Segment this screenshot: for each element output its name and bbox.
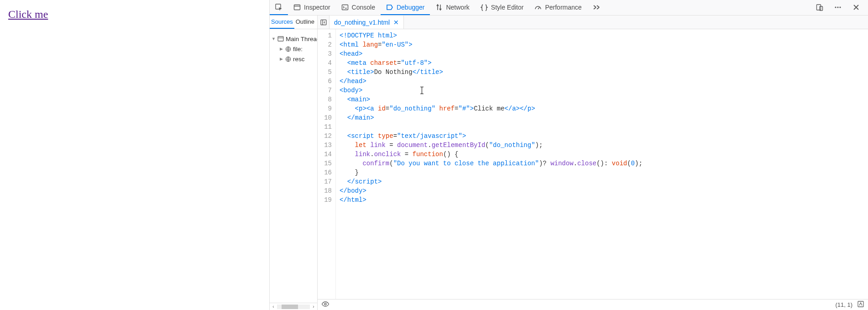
tab-style-editor[interactable]: Style Editor — [475, 0, 529, 15]
svg-rect-9 — [278, 37, 283, 41]
svg-point-6 — [835, 6, 836, 8]
mapped-source-icon[interactable] — [857, 300, 864, 309]
tabs-overflow-button[interactable] — [587, 0, 606, 15]
svg-point-15 — [324, 303, 326, 305]
line-number-gutter: 12345678910111213141516171819 — [318, 29, 336, 299]
close-tab-icon[interactable]: ✕ — [393, 19, 399, 26]
file-tab-label: do_nothing_v1.html — [334, 19, 390, 26]
tab-debugger-label: Debugger — [397, 4, 425, 11]
scroll-left-icon[interactable]: ‹ — [271, 304, 276, 309]
tab-console-label: Console — [352, 4, 375, 11]
scrollbar-thumb[interactable] — [282, 305, 298, 309]
svg-point-8 — [839, 6, 841, 8]
rendered-page: Click me — [0, 0, 269, 310]
text-caret — [422, 87, 422, 94]
tree-root-label: Main Thread — [286, 36, 317, 42]
sources-tree: ▼ Main Thread ▶ file: ▶ resc — [270, 29, 317, 303]
chevron-down-icon: ▼ — [272, 37, 276, 41]
globe-icon — [285, 56, 291, 62]
tree-item-resource[interactable]: ▶ resc — [270, 54, 317, 64]
collapse-panel-button[interactable] — [318, 16, 329, 29]
tab-debugger[interactable]: Debugger — [381, 0, 430, 15]
tree-item-label: resc — [293, 56, 305, 63]
svg-rect-1 — [294, 5, 300, 10]
sources-tab-sources[interactable]: Sources — [270, 16, 294, 29]
tree-main-thread[interactable]: ▼ Main Thread — [270, 34, 317, 44]
svg-rect-3 — [342, 5, 348, 10]
window-icon — [277, 36, 284, 42]
tab-inspector[interactable]: Inspector — [288, 0, 336, 15]
tab-network[interactable]: Network — [430, 0, 475, 15]
code-lines[interactable]: <!DOCTYPE html><html lang="en-US"><head>… — [336, 29, 643, 299]
tab-inspector-label: Inspector — [304, 4, 330, 11]
tab-network-label: Network — [446, 4, 469, 11]
sources-panel: Sources Outline ▼ Main Thread ▶ file: ▶ — [270, 16, 318, 310]
svg-rect-13 — [321, 20, 326, 25]
tab-style-editor-label: Style Editor — [491, 4, 524, 11]
watch-expressions-icon[interactable] — [321, 300, 329, 310]
scroll-right-icon[interactable]: › — [311, 304, 316, 309]
tree-item-label: file: — [293, 46, 303, 53]
devtools-panel: Inspector Console Debugger Network — [269, 0, 868, 310]
sources-tab-outline[interactable]: Outline — [294, 16, 316, 29]
devtools-toolbar: Inspector Console Debugger Network — [270, 0, 868, 16]
debugger-body: Sources Outline ▼ Main Thread ▶ file: ▶ — [270, 16, 868, 310]
tab-console[interactable]: Console — [336, 0, 381, 15]
element-picker-button[interactable] — [270, 0, 288, 15]
page-link-click-me[interactable]: Click me — [8, 8, 48, 20]
code-editor[interactable]: 12345678910111213141516171819 <!DOCTYPE … — [318, 29, 868, 299]
sources-horizontal-scrollbar[interactable]: ‹ › — [270, 303, 317, 310]
tree-item-file[interactable]: ▶ file: — [270, 44, 317, 54]
sources-panel-tabs: Sources Outline — [270, 16, 317, 29]
devtools-menu-button[interactable] — [829, 0, 847, 15]
file-tab-bar: do_nothing_v1.html ✕ — [318, 16, 868, 29]
devtools-close-button[interactable] — [847, 0, 865, 15]
cursor-position: (11, 1) — [835, 301, 852, 308]
globe-icon — [285, 46, 291, 52]
responsive-mode-button[interactable] — [810, 0, 829, 15]
editor-area: do_nothing_v1.html ✕ 1234567891011121314… — [318, 16, 868, 310]
editor-status-bar: (11, 1) — [318, 299, 868, 310]
chevron-right-icon: ▶ — [279, 47, 283, 51]
svg-rect-4 — [817, 5, 821, 10]
chevron-right-icon: ▶ — [279, 57, 283, 61]
svg-point-7 — [837, 6, 838, 8]
tab-performance-label: Performance — [545, 4, 581, 11]
file-tab[interactable]: do_nothing_v1.html ✕ — [329, 16, 404, 29]
tab-performance[interactable]: Performance — [529, 0, 587, 15]
